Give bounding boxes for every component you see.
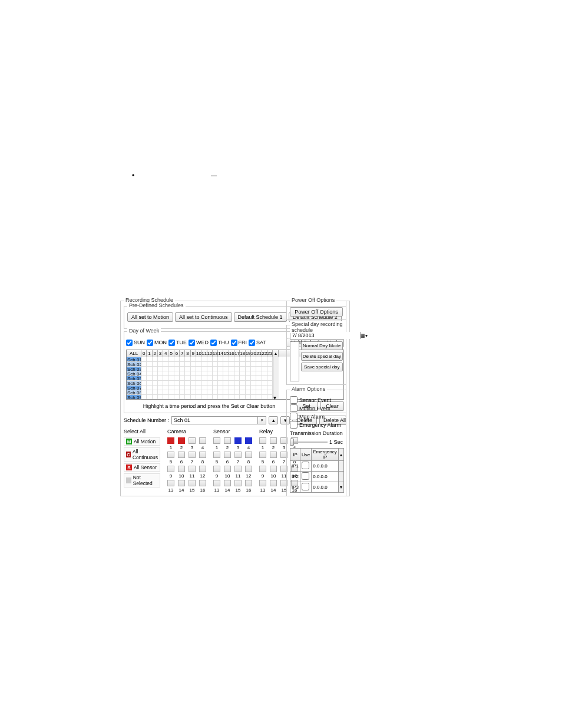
emergency-alarm-check[interactable]: Emergency Alarm xyxy=(290,421,343,429)
hour-header[interactable]: 19 xyxy=(246,350,251,357)
hour-header[interactable]: 17 xyxy=(234,350,240,357)
grid-cell[interactable] xyxy=(270,452,277,458)
grid-cell[interactable] xyxy=(224,466,231,472)
grid-cell[interactable] xyxy=(245,452,252,458)
hour-header[interactable]: 14 xyxy=(218,350,223,357)
hour-header[interactable]: 0 xyxy=(141,350,147,357)
sensor-event-check[interactable]: Sensor Event xyxy=(290,396,343,404)
grid-cell[interactable] xyxy=(213,452,220,458)
grid-cell[interactable] xyxy=(167,437,174,444)
move-up-button[interactable]: ▴ xyxy=(269,416,278,424)
grid-cell[interactable] xyxy=(167,452,174,458)
grid-cell[interactable] xyxy=(259,437,266,444)
grid-cell[interactable] xyxy=(189,452,196,458)
grid-cell[interactable] xyxy=(259,466,266,472)
grid-cell[interactable] xyxy=(178,480,185,486)
delete-special-button[interactable]: Delete special day xyxy=(301,352,343,361)
hour-header[interactable]: 8 xyxy=(185,350,190,357)
scroll-up-icon[interactable]: ▴ xyxy=(338,449,343,461)
grid-cell[interactable] xyxy=(224,437,231,444)
grid-cell[interactable] xyxy=(189,480,196,486)
chevron-down-icon[interactable]: ▾ xyxy=(257,417,266,424)
hour-header[interactable]: 10 xyxy=(196,350,201,357)
not-selected-mode[interactable]: Not Selected xyxy=(124,473,160,487)
hour-header[interactable]: 7 xyxy=(180,350,185,357)
sensor-grid[interactable]: 12345678910111213141516 xyxy=(213,437,253,493)
power-off-button[interactable]: Power Off Options xyxy=(290,307,343,317)
grid-cell[interactable] xyxy=(245,480,252,486)
grid-cell[interactable] xyxy=(270,466,277,472)
grid-cell[interactable] xyxy=(199,437,206,444)
normal-day-button[interactable]: Normal Day Mode xyxy=(301,341,343,350)
calendar-icon[interactable]: ▦▾ xyxy=(360,332,368,339)
camera-grid[interactable]: 12345678910111213141516 xyxy=(167,437,207,493)
default-schedule1-button[interactable]: Default Schedule 1 xyxy=(234,312,287,322)
grid-cell[interactable] xyxy=(234,480,242,486)
hour-header[interactable]: 1 xyxy=(147,350,152,357)
grid-cell[interactable] xyxy=(213,466,220,472)
dow-mon[interactable]: MON xyxy=(147,340,167,346)
motion-event-check[interactable]: Motion Event xyxy=(290,404,343,412)
grid-cell[interactable] xyxy=(234,437,242,444)
duration-slider[interactable] xyxy=(290,438,328,446)
hour-header[interactable]: 6 xyxy=(174,350,180,357)
map-alarm-check[interactable]: Map Alarm xyxy=(290,413,343,420)
grid-cell[interactable] xyxy=(167,480,174,486)
hour-header[interactable]: 9 xyxy=(191,350,196,357)
grid-cell[interactable] xyxy=(199,452,206,458)
schedule-number-input[interactable] xyxy=(172,417,257,424)
hour-header[interactable]: 21 xyxy=(256,350,262,357)
hour-header[interactable]: 22 xyxy=(262,350,267,357)
hour-header[interactable]: 2 xyxy=(153,350,158,357)
grid-cell[interactable] xyxy=(234,466,242,472)
all-motion-button[interactable]: All set to Motion xyxy=(127,312,173,322)
grid-cell[interactable] xyxy=(245,466,252,472)
dow-thu[interactable]: THU xyxy=(210,340,229,346)
grid-cell[interactable] xyxy=(189,466,196,472)
hour-header[interactable]: 4 xyxy=(163,350,168,357)
use-check[interactable] xyxy=(302,483,309,490)
grid-cell[interactable] xyxy=(199,480,206,486)
hour-header[interactable]: 20 xyxy=(251,350,256,357)
use-check[interactable] xyxy=(302,462,309,469)
table-row[interactable]: IP10.0.0.0 xyxy=(290,461,344,472)
grid-cell[interactable] xyxy=(259,452,266,458)
special-day-list[interactable] xyxy=(290,341,299,381)
grid-cell[interactable] xyxy=(259,480,266,486)
hour-header[interactable]: 23 xyxy=(267,350,273,357)
dow-sat[interactable]: SAT xyxy=(249,340,266,346)
table-row[interactable]: IP20.0.0.0 xyxy=(290,472,344,482)
hour-header[interactable]: 11 xyxy=(201,350,207,357)
dow-sun[interactable]: SUN xyxy=(126,340,145,346)
grid-cell[interactable] xyxy=(178,437,185,444)
hour-header[interactable]: 5 xyxy=(168,350,174,357)
grid-cell[interactable] xyxy=(224,452,231,458)
hour-header[interactable]: 16 xyxy=(229,350,234,357)
grid-cell[interactable] xyxy=(199,466,206,472)
grid-cell[interactable] xyxy=(213,480,220,486)
all-column-header[interactable]: ALL xyxy=(127,350,141,357)
grid-cell[interactable] xyxy=(234,452,242,458)
grid-cell[interactable] xyxy=(178,452,185,458)
grid-cell[interactable] xyxy=(245,437,252,444)
grid-cell[interactable] xyxy=(270,480,277,486)
grid-cell[interactable] xyxy=(270,437,277,444)
hour-header[interactable]: 3 xyxy=(158,350,163,357)
grid-cell[interactable] xyxy=(213,437,220,444)
schedule-number-combo[interactable]: ▾ xyxy=(171,416,266,424)
all-continuous-mode[interactable]: CAll Continuous xyxy=(124,447,160,462)
hour-header[interactable]: 12 xyxy=(207,350,213,357)
hour-header[interactable]: 13 xyxy=(213,350,218,357)
table-row[interactable]: IP30.0.0.0▾ xyxy=(290,482,344,493)
grid-cell[interactable] xyxy=(189,437,196,444)
save-special-button[interactable]: Save special day xyxy=(301,363,343,371)
hour-header[interactable]: 18 xyxy=(240,350,245,357)
grid-cell[interactable] xyxy=(167,466,174,472)
use-check[interactable] xyxy=(302,472,309,480)
hour-header[interactable]: 15 xyxy=(223,350,229,357)
scroll-up-icon[interactable]: ▴ xyxy=(273,350,279,357)
dow-tue[interactable]: TUE xyxy=(168,340,187,346)
scroll-down-icon[interactable]: ▾ xyxy=(338,482,343,493)
dow-fri[interactable]: FRI xyxy=(231,340,247,346)
all-continuous-button[interactable]: All set to Continuous xyxy=(175,312,232,322)
